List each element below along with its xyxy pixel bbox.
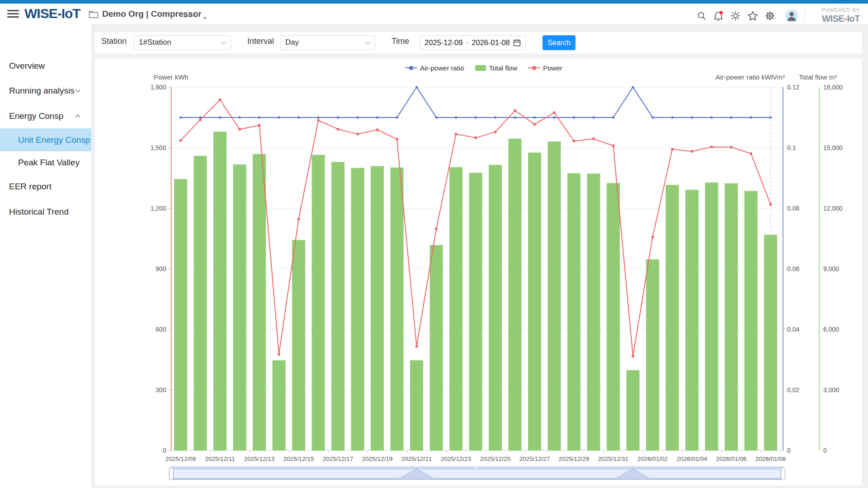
svg-text:0.06: 0.06: [787, 265, 799, 272]
svg-text:2025/12/19: 2025/12/19: [362, 455, 393, 462]
sidebar-item-overview[interactable]: Overview: [0, 54, 91, 77]
time-label: Time: [392, 37, 409, 46]
date-range-input[interactable]: 2025-12-09 - 2026-01-08: [420, 35, 526, 50]
chevron-up-icon: [75, 114, 80, 118]
svg-text:2025/12/11: 2025/12/11: [205, 455, 235, 462]
sidebar-nav: OverviewRunning analysisEnergy ConspUnit…: [0, 24, 91, 488]
svg-text:0: 0: [787, 447, 791, 454]
svg-text:Total flow m³: Total flow m³: [799, 73, 837, 81]
app-header: WISE-IoT Demo Org | Compressor 1.8.0 PO: [0, 4, 868, 25]
station-select-value: 1#Station: [139, 38, 171, 47]
sidebar-item-label: Historical Trend: [0, 207, 69, 216]
search-icon[interactable]: [695, 9, 708, 23]
calendar-icon: [513, 39, 521, 47]
svg-text:1,500: 1,500: [151, 144, 166, 151]
wise-iot-app: { "header": { "logo": "WISE-IoT", "org":…: [0, 0, 868, 488]
svg-text:0.12: 0.12: [787, 84, 799, 91]
svg-text:900: 900: [156, 265, 166, 272]
svg-text:3,000: 3,000: [823, 386, 839, 394]
svg-text:2025/12/29: 2025/12/29: [559, 455, 590, 462]
hamburger-menu-icon[interactable]: [7, 10, 19, 18]
settings-gear-icon[interactable]: [763, 9, 777, 23]
date-start-value: 2025-12-09: [425, 38, 462, 47]
svg-text:2025/12/31: 2025/12/31: [598, 455, 629, 462]
svg-text:0: 0: [163, 447, 166, 454]
version-label[interactable]: 1.8.0: [183, 11, 198, 19]
sidebar-item-label: Peak Flat Valley: [0, 158, 80, 167]
svg-text:2026/01/04: 2026/01/04: [677, 455, 708, 462]
svg-text:9,000: 9,000: [823, 265, 839, 272]
station-label: Station: [101, 37, 127, 46]
date-end-value: 2026-01-08: [472, 38, 509, 47]
svg-text:0.1: 0.1: [787, 144, 796, 151]
datazoom-right-handle[interactable]: [781, 468, 785, 480]
svg-text:2025/12/27: 2025/12/27: [519, 455, 550, 462]
filter-bar: Station 1#Station Interval Day Time 2025…: [95, 32, 862, 54]
svg-text:2026/01/06: 2026/01/06: [716, 455, 747, 462]
svg-text:2025/12/23: 2025/12/23: [441, 455, 472, 462]
brightness-icon[interactable]: [729, 9, 742, 23]
sidebar-item-running-analysis[interactable]: Running analysis: [0, 79, 91, 102]
search-button[interactable]: Search: [542, 35, 576, 50]
svg-text:0.04: 0.04: [787, 326, 799, 333]
svg-text:2025/12/25: 2025/12/25: [480, 455, 511, 462]
sidebar-item-peak-flat-valley[interactable]: Peak Flat Valley: [0, 151, 91, 174]
svg-text:2025/12/21: 2025/12/21: [401, 455, 432, 462]
svg-text:2025/12/09: 2025/12/09: [165, 455, 196, 462]
app-logo: WISE-IoT: [24, 6, 80, 21]
top-accent-strip: [0, 0, 868, 4]
version-caret-icon[interactable]: [203, 14, 207, 22]
sidebar-item-energy-consp[interactable]: Energy Consp: [0, 104, 91, 127]
notification-bell-icon[interactable]: [712, 9, 725, 23]
sidebar-item-unit-energy-consp[interactable]: Unit Energy Consp: [0, 128, 91, 151]
powered-by: POWERED BY WISE-IoT: [812, 8, 860, 23]
chevron-down-icon: [75, 89, 80, 93]
datazoom-left-handle[interactable]: [169, 468, 173, 480]
svg-text:600: 600: [156, 326, 166, 333]
sidebar-item-label: EER report: [0, 182, 52, 191]
sidebar-item-historical-trend[interactable]: Historical Trend: [0, 200, 91, 223]
svg-text:18,000: 18,000: [823, 84, 843, 91]
folder-icon: [89, 10, 99, 20]
datazoom-slider[interactable]: [169, 466, 785, 480]
date-separator: -: [466, 38, 469, 47]
svg-text:15,000: 15,000: [823, 144, 843, 151]
svg-text:300: 300: [156, 386, 166, 394]
svg-text:12,000: 12,000: [823, 205, 843, 212]
sidebar-item-label: Energy Consp: [0, 111, 63, 121]
svg-text:1,800: 1,800: [151, 84, 166, 91]
sidebar-item-eer-report[interactable]: EER report: [0, 175, 91, 198]
svg-text:0.08: 0.08: [787, 205, 799, 212]
sidebar-item-label: Unit Energy Consp: [0, 135, 90, 145]
chart-panel: Air-power ratioTotal flowPower 030060090…: [95, 59, 862, 485]
svg-text:2025/12/15: 2025/12/15: [283, 455, 314, 462]
interval-select-value: Day: [285, 38, 299, 47]
star-icon[interactable]: [746, 9, 760, 23]
interval-select[interactable]: Day: [280, 35, 375, 50]
sidebar-item-label: Overview: [0, 61, 45, 70]
sidebar-item-label: Running analysis: [0, 86, 75, 95]
header-divider: [805, 11, 805, 21]
svg-text:0: 0: [823, 447, 827, 454]
svg-text:6,000: 6,000: [823, 326, 839, 333]
station-select[interactable]: 1#Station: [134, 35, 231, 50]
svg-text:Air-power ratio kWh/m³: Air-power ratio kWh/m³: [716, 73, 785, 81]
svg-text:2026/01/02: 2026/01/02: [637, 455, 668, 462]
svg-text:2026/01/08: 2026/01/08: [755, 455, 786, 462]
chevron-down-icon: [221, 38, 226, 47]
chart-canvas: 03006009001,2001,5001,800000.023,0000.04…: [95, 59, 862, 485]
svg-text:0.02: 0.02: [787, 386, 799, 394]
notification-badge: [720, 11, 723, 14]
svg-text:1,200: 1,200: [151, 205, 166, 212]
interval-label: Interval: [247, 37, 274, 46]
user-avatar[interactable]: [785, 9, 798, 23]
chevron-down-icon: [365, 38, 370, 47]
svg-text:2025/12/13: 2025/12/13: [244, 455, 275, 462]
svg-text:Power kWh: Power kWh: [154, 73, 189, 81]
svg-text:2025/12/17: 2025/12/17: [323, 455, 354, 462]
